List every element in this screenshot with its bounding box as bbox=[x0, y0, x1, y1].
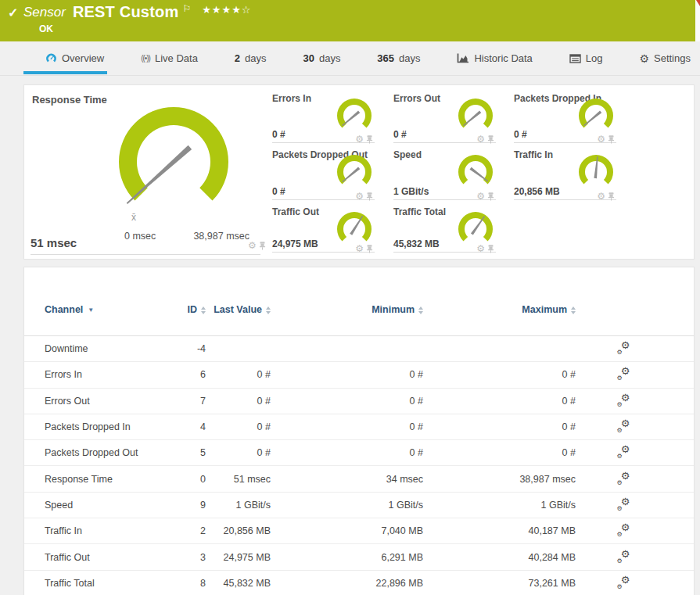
gauge-needle bbox=[470, 167, 490, 183]
gauge-cell-errors-out: Errors Out0 #⚙ bbox=[393, 93, 496, 143]
pin-icon[interactable] bbox=[608, 192, 615, 201]
channel-settings-icon[interactable]: ⚙⚙ bbox=[618, 577, 630, 590]
cell-minimum: 0 # bbox=[271, 396, 423, 407]
settings-gear-icon: ⚙ bbox=[639, 53, 649, 64]
cell-channel: Response Time bbox=[45, 474, 162, 485]
channel-settings-icon[interactable]: ⚙⚙ bbox=[618, 395, 630, 407]
tab-label: days bbox=[319, 52, 340, 64]
gear-icon[interactable]: ⚙ bbox=[355, 192, 364, 201]
channel-settings-icon[interactable]: ⚙⚙ bbox=[618, 499, 630, 511]
pin-icon[interactable] bbox=[366, 135, 373, 144]
cell-maximum: 0 # bbox=[423, 396, 576, 407]
tab-log[interactable]: Log bbox=[569, 52, 603, 64]
gear-icon[interactable]: ⚙ bbox=[355, 244, 364, 253]
gauge-label: Traffic Out bbox=[272, 206, 319, 217]
channels-table-panel: Channel▼IDLast ValueMinimumMaximum Downt… bbox=[23, 267, 695, 595]
gear-icon[interactable]: ⚙ bbox=[476, 192, 485, 201]
flag-icon[interactable]: ⚐ bbox=[182, 3, 191, 14]
pin-icon[interactable] bbox=[259, 242, 266, 250]
cell-maximum: 73,261 MB bbox=[423, 578, 576, 589]
pin-icon[interactable] bbox=[487, 245, 494, 253]
gauge-value: 0 # bbox=[393, 129, 407, 140]
primary-gauge-actions: ⚙ bbox=[248, 241, 266, 250]
cell-id: 5 bbox=[162, 447, 206, 458]
priority-stars[interactable]: ★★★★☆ bbox=[202, 4, 251, 16]
cell-last-value: 51 msec bbox=[206, 474, 271, 485]
gauge-needle bbox=[341, 111, 360, 127]
column-header-minimum[interactable]: Minimum bbox=[271, 304, 423, 316]
cell-channel: Errors In bbox=[45, 369, 162, 380]
tab-historic-data[interactable]: Historic Data bbox=[457, 52, 532, 64]
tab-live-data[interactable]: ((•))Live Data bbox=[141, 52, 198, 64]
channel-settings-icon[interactable]: ⚙⚙ bbox=[618, 421, 630, 433]
cell-channel: Traffic In bbox=[45, 525, 162, 536]
column-header-channel[interactable]: Channel▼ bbox=[45, 304, 162, 316]
tab-settings[interactable]: ⚙Settings bbox=[639, 52, 691, 64]
gauge-arc bbox=[576, 153, 616, 194]
gauge-value: 0 # bbox=[514, 129, 527, 140]
column-header-maximum[interactable]: Maximum bbox=[423, 304, 576, 316]
tab-number: 365 bbox=[377, 52, 394, 64]
table-row-speed: Speed91 GBit/s1 GBit/s1 GBit/s⚙⚙ bbox=[24, 493, 694, 518]
gauge-arc bbox=[455, 153, 496, 194]
cell-channel: Packets Dropped Out bbox=[45, 447, 162, 458]
gear-icon[interactable]: ⚙ bbox=[355, 134, 364, 144]
gauge-cell-packets-dropped-out: Packets Dropped Out0 #⚙ bbox=[272, 149, 375, 200]
tab-365-days[interactable]: 365days bbox=[377, 52, 420, 64]
channel-settings-icon[interactable]: ⚙⚙ bbox=[618, 473, 630, 486]
gear-icon[interactable]: ⚙ bbox=[476, 244, 485, 253]
table-body: Downtime-4⚙⚙Errors In60 #0 #0 #⚙⚙Errors … bbox=[24, 336, 694, 595]
table-row-errors-out: Errors Out70 #0 #0 #⚙⚙ bbox=[24, 389, 694, 414]
pin-icon[interactable] bbox=[366, 192, 373, 201]
primary-gauge-max-label: 38,987 msec bbox=[173, 231, 249, 242]
tab-label: Log bbox=[586, 52, 603, 64]
pin-icon[interactable] bbox=[608, 135, 615, 144]
gauge-arc bbox=[455, 97, 496, 138]
channel-settings-icon[interactable]: ⚙⚙ bbox=[618, 368, 630, 381]
tab-bar-inner: Overview((•))Live Data2days30days365days… bbox=[0, 41, 700, 75]
cell-id: -4 bbox=[162, 343, 206, 354]
tab-2-days[interactable]: 2days bbox=[235, 52, 267, 64]
mean-marker: x̄ bbox=[131, 212, 136, 223]
cell-channel: Speed bbox=[45, 500, 162, 511]
cell-minimum: 0 # bbox=[271, 447, 423, 458]
cell-id: 0 bbox=[162, 474, 206, 485]
column-header-id[interactable]: ID bbox=[162, 304, 206, 316]
gauge-arc bbox=[576, 97, 616, 138]
gauge-cell-errors-in: Errors In0 #⚙ bbox=[272, 93, 375, 143]
gear-icon[interactable]: ⚙ bbox=[248, 241, 257, 250]
log-icon bbox=[569, 54, 581, 63]
cell-channel: Downtime bbox=[45, 343, 162, 354]
channel-settings-icon[interactable]: ⚙⚙ bbox=[618, 525, 630, 537]
cell-id: 8 bbox=[162, 578, 206, 589]
column-header-last-value[interactable]: Last Value bbox=[206, 304, 271, 316]
channel-settings-icon[interactable]: ⚙⚙ bbox=[618, 342, 630, 355]
cell-id: 7 bbox=[162, 396, 206, 407]
gauge-arc bbox=[85, 96, 265, 229]
pin-icon[interactable] bbox=[366, 245, 373, 253]
gear-icon[interactable]: ⚙ bbox=[476, 134, 485, 144]
gauge-cell-traffic-in: Traffic In20,856 MB⚙ bbox=[514, 149, 616, 200]
historic-data-icon bbox=[457, 53, 469, 63]
cell-id: 9 bbox=[162, 500, 206, 511]
cell-minimum: 34 msec bbox=[271, 474, 423, 485]
cell-last-value: 0 # bbox=[206, 447, 271, 458]
status-check-icon: ✓ bbox=[8, 5, 18, 20]
gauge-cell-speed: Speed1 GBit/s⚙ bbox=[393, 149, 496, 200]
tab-overview[interactable]: Overview bbox=[45, 52, 104, 64]
gauge-needle bbox=[341, 167, 360, 184]
tab-label: Historic Data bbox=[474, 52, 532, 64]
cell-id: 6 bbox=[162, 369, 206, 380]
channel-settings-icon[interactable]: ⚙⚙ bbox=[618, 551, 630, 564]
sensor-title-line: Sensor REST Custom ⚐ ★★★★☆ bbox=[23, 3, 251, 21]
gauge-value: 45,832 MB bbox=[393, 238, 440, 249]
channel-settings-icon[interactable]: ⚙⚙ bbox=[618, 446, 630, 459]
gear-icon[interactable]: ⚙ bbox=[597, 192, 605, 201]
gear-icon[interactable]: ⚙ bbox=[597, 134, 605, 144]
tab-30-days[interactable]: 30days bbox=[303, 52, 340, 64]
pin-icon[interactable] bbox=[487, 192, 494, 201]
pin-icon[interactable] bbox=[487, 135, 494, 144]
table-row-response-time: Response Time051 msec34 msec38,987 msec⚙… bbox=[24, 466, 694, 492]
sensor-kind-label: Sensor bbox=[23, 5, 66, 20]
cell-id: 2 bbox=[162, 525, 206, 536]
